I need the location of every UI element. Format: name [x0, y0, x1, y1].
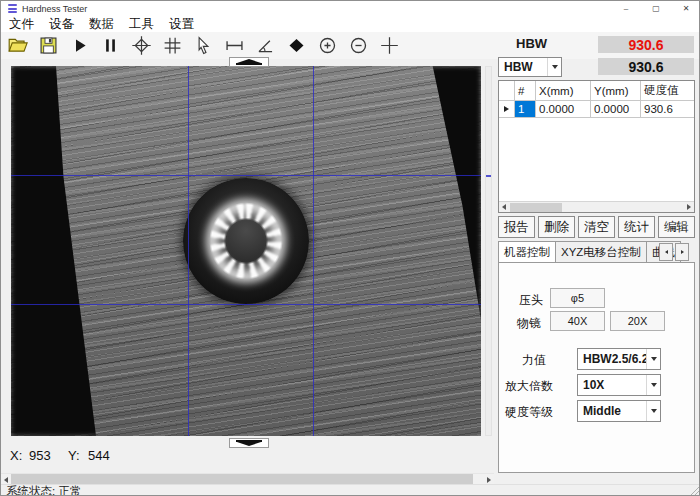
row-pointer-icon	[504, 106, 509, 112]
marker-bar	[236, 63, 262, 65]
coord-y-value: 544	[88, 448, 110, 463]
vertical-position-tick	[486, 175, 491, 177]
open-file-button[interactable]	[6, 35, 28, 57]
zoom-out-button[interactable]	[347, 35, 369, 57]
start-icon	[69, 35, 90, 56]
table-row[interactable]: 1 0.0000 0.0000 930.6	[499, 101, 694, 118]
menu-item-tools[interactable]: 工具	[129, 16, 154, 33]
indentation-ring	[206, 199, 286, 283]
table-scroll-right-button[interactable]	[684, 202, 694, 212]
tab-xyz-stage-control[interactable]: XYZ电移台控制	[556, 241, 647, 262]
cell-y[interactable]: 0.0000	[591, 101, 641, 118]
app-icon	[8, 4, 17, 13]
window-title: Hardness Tester	[22, 4, 87, 14]
eraser-button[interactable]	[285, 35, 307, 57]
secondary-hardness-display: 930.6	[598, 58, 694, 75]
coord-x-label: X:	[10, 448, 22, 463]
indenter-button[interactable]: φ5	[550, 288, 605, 308]
maximize-button[interactable]: ▢	[641, 1, 671, 16]
chevron-down-icon[interactable]	[646, 375, 660, 395]
chevron-down-icon[interactable]	[547, 58, 561, 76]
column-header-marker	[499, 81, 515, 101]
pause-button[interactable]	[99, 35, 121, 57]
force-combobox[interactable]: HBW2.5/6.25	[577, 348, 661, 370]
force-label: 力值	[522, 352, 546, 369]
camera-h-scrollbar[interactable]	[1, 473, 494, 484]
crosshair-button[interactable]	[378, 35, 400, 57]
angle-measure-icon	[255, 35, 276, 56]
indentation-mark	[183, 178, 309, 304]
pointer-icon	[193, 35, 214, 56]
length-measure-icon	[224, 35, 245, 56]
scroll-right-icon	[687, 204, 691, 210]
camera-view[interactable]	[11, 66, 481, 436]
zoom-in-button[interactable]	[316, 35, 338, 57]
tab-scroll-left-button[interactable]	[659, 243, 673, 261]
grid-button[interactable]	[161, 35, 183, 57]
title-bar: Hardness Tester – ▢ ✕	[1, 1, 700, 16]
menu-item-file[interactable]: 文件	[9, 16, 34, 33]
scroll-right-icon	[681, 250, 684, 254]
edit-button[interactable]: 编辑	[658, 216, 695, 238]
pointer-button[interactable]	[192, 35, 214, 57]
menu-item-data[interactable]: 数据	[89, 16, 114, 33]
cell-hardness[interactable]: 930.6	[641, 101, 694, 118]
chevron-down-icon[interactable]	[646, 349, 660, 369]
objective-20x-button[interactable]: 20X	[610, 311, 665, 331]
status-text: 系统状态: 正常	[6, 484, 81, 496]
scroll-right-icon	[487, 477, 491, 483]
stats-button[interactable]: 统计	[618, 216, 655, 238]
table-scrollbar-thumb[interactable]	[510, 203, 562, 212]
column-header-y: Y(mm)	[591, 81, 641, 101]
angle-measure-button[interactable]	[254, 35, 276, 57]
table-header-row: # X(mm) Y(mm) 硬度值	[499, 81, 694, 101]
table-h-scrollbar[interactable]	[499, 201, 694, 212]
save-button[interactable]	[37, 35, 59, 57]
cell-index[interactable]: 1	[515, 101, 536, 118]
coord-x-value: 953	[29, 448, 51, 463]
crosshair-icon	[379, 35, 400, 56]
vertical-position-track[interactable]	[485, 66, 492, 436]
clear-button[interactable]: 清空	[578, 216, 615, 238]
cell-x[interactable]: 0.0000	[536, 101, 591, 118]
zoom-in-icon	[317, 35, 338, 56]
app-window: Hardness Tester – ▢ ✕ 文件 设备 数据 工具 设置	[0, 0, 700, 496]
tab-machine-control[interactable]: 机器控制	[498, 241, 556, 262]
bottom-position-marker[interactable]	[229, 438, 269, 448]
center-target-button[interactable]	[130, 35, 152, 57]
magnification-combobox[interactable]: 10X	[577, 374, 661, 396]
minimize-button[interactable]: –	[611, 1, 641, 16]
menu-item-settings[interactable]: 设置	[169, 16, 194, 33]
grade-label: 硬度等级	[505, 404, 553, 421]
scale-combobox[interactable]: HBW	[498, 57, 562, 77]
top-position-marker[interactable]	[229, 57, 269, 67]
objective-label: 物镜	[517, 315, 541, 332]
scroll-left-icon	[502, 204, 506, 210]
chevron-down-icon[interactable]	[646, 401, 660, 421]
menu-item-device[interactable]: 设备	[49, 16, 74, 33]
results-table: # X(mm) Y(mm) 硬度值 1 0.0000 0.0000 930.6	[498, 80, 695, 213]
tab-scroll-right-button[interactable]	[675, 243, 689, 261]
close-button[interactable]: ✕	[671, 1, 700, 16]
coord-y-label: Y:	[68, 448, 80, 463]
action-button-row: 报告 删除 清空 统计 编辑	[498, 216, 695, 238]
indenter-label: 压头	[519, 292, 543, 309]
start-button[interactable]	[68, 35, 90, 57]
scroll-left-icon	[665, 250, 668, 254]
crosshair-line-v1	[188, 66, 189, 436]
resize-grip[interactable]	[689, 485, 700, 496]
machine-control-panel: 压头 φ5 物镜 40X 20X 力值 HBW2.5/6.25 放大倍数 10X…	[498, 262, 695, 473]
delete-button[interactable]: 删除	[538, 216, 575, 238]
column-header-x: X(mm)	[536, 81, 591, 101]
table-scroll-left-button[interactable]	[499, 202, 509, 212]
length-measure-button[interactable]	[223, 35, 245, 57]
zoom-out-icon	[348, 35, 369, 56]
row-marker-cell	[499, 101, 515, 118]
scale-label: HBW	[516, 36, 576, 51]
grade-combobox[interactable]: Middle	[577, 400, 661, 422]
open-file-icon	[7, 35, 28, 56]
crosshair-line-h1	[11, 175, 481, 176]
column-header-index: #	[515, 81, 536, 101]
report-button[interactable]: 报告	[498, 216, 535, 238]
objective-40x-button[interactable]: 40X	[550, 311, 605, 331]
